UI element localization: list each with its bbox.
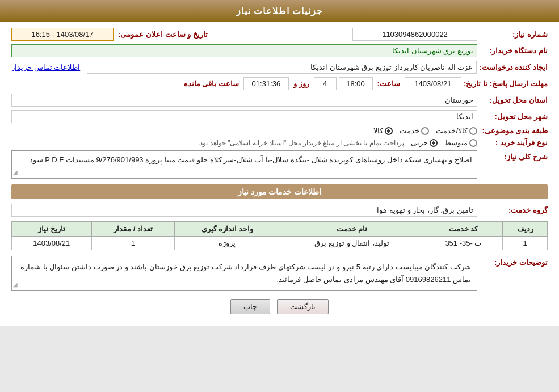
services-section-title: اطلاعات خدمات مورد نیاز	[11, 184, 548, 199]
requester-value: عزت اله ناصریان کاربرداز توزیع برق شهرست…	[87, 61, 477, 74]
services-table: ردیف کد خدمت نام خدمت واحد اندازه گیری ت…	[11, 221, 548, 250]
buyer-notes-label: توضیحات خریدار:	[480, 256, 548, 267]
purchase-jozi-label: جزیی	[411, 138, 428, 147]
radio-khadamat	[421, 127, 429, 135]
send-days-label: روز و	[293, 79, 309, 88]
buyer-org-label: نام دستگاه خریدار:	[480, 47, 548, 55]
purchase-type-options-group: متوسط جزیی پرداخت تمام یا بخشی از مبلغ خ…	[11, 138, 477, 147]
service-group-label: گروه خدمت:	[480, 206, 548, 214]
purchase-motavasset-label: متوسط	[444, 138, 468, 147]
col-date: تاریخ نیاز	[12, 222, 92, 237]
buyer-notes-box: شرکت کنندگان میبایست دارای رتبه 5 نیرو و…	[11, 256, 477, 291]
remain-label: ساعت باقی مانده	[184, 79, 239, 88]
purchase-type-row: نوع فرآیند خرید : متوسط جزیی پرداخت تمام…	[11, 138, 548, 147]
province-row: استان محل تحویل: خوزستان	[11, 94, 548, 107]
main-content: شماره نیاز: 1103094862000022 تاریخ و ساع…	[0, 22, 559, 326]
purchase-type-jozi[interactable]: جزیی	[411, 138, 438, 147]
service-group-value: تامین برق، گاز، بخار و تهویه هوا	[11, 204, 477, 217]
need-desc-value: اصلاح و بهسازی شبکه داخل روستاهای کوپرید…	[30, 155, 472, 164]
category-kala-label: کالا	[373, 127, 383, 135]
buyer-org-value: توزیع برق شهرستان اندیکا	[11, 44, 477, 57]
col-unit: واحد اندازه گیری	[175, 222, 280, 237]
send-date-value: 1403/08/21	[405, 77, 461, 90]
announce-label: تاریخ و ساعت اعلان عمومی:	[118, 30, 208, 39]
requester-row: ایجاد کننده درخواست: عزت اله ناصریان کار…	[11, 61, 548, 74]
province-value: خوزستان	[11, 94, 477, 107]
table-row: 1ت -35- 351تولید، انتقال و توزیع برقپروژ…	[12, 237, 548, 250]
buyer-notes-row: توضیحات خریدار: شرکت کنندگان میبایست دار…	[11, 256, 548, 291]
page-wrapper: جزئیات اطلاعات نیاز شماره نیاز: 11030948…	[0, 0, 559, 326]
table-body: 1ت -35- 351تولید، انتقال و توزیع برقپروژ…	[12, 237, 548, 250]
purchase-type-label: نوع فرآیند خرید :	[480, 138, 548, 147]
send-time-label: ساعت:	[377, 79, 400, 88]
send-time-value: 18:00	[339, 77, 373, 90]
action-buttons: بازگشت چاپ	[11, 299, 548, 314]
col-row-num: ردیف	[503, 222, 548, 237]
table-header: ردیف کد خدمت نام خدمت واحد اندازه گیری ت…	[12, 222, 548, 237]
buyer-org-row: نام دستگاه خریدار: توزیع برق شهرستان اند…	[11, 44, 548, 57]
need-desc-container: اصلاح و بهسازی شبکه داخل روستاهای کوپرید…	[11, 150, 477, 179]
resize-icon: ◢	[13, 168, 18, 177]
remain-value: 01:31:36	[243, 77, 289, 90]
page-title: جزئیات اطلاعات نیاز	[236, 6, 323, 16]
purchase-type-motavasset[interactable]: متوسط	[444, 138, 477, 147]
radio-kala-khadamat	[469, 127, 477, 135]
category-khadamat-label: خدمت	[400, 127, 419, 135]
category-options: کالا/خدمت خدمت کالا	[373, 127, 477, 135]
radio-jozi	[430, 139, 438, 147]
contact-link[interactable]: اطلاعات تماس خریدار	[11, 63, 80, 71]
province-label: استان محل تحویل:	[480, 96, 548, 104]
need-desc-box: اصلاح و بهسازی شبکه داخل روستاهای کوپرید…	[11, 150, 477, 179]
category-label: طبقه بندی موضوعی:	[480, 127, 548, 135]
need-number-value: 1103094862000022	[352, 28, 477, 41]
services-table-section: ردیف کد خدمت نام خدمت واحد اندازه گیری ت…	[11, 221, 548, 250]
category-option-kala[interactable]: کالا	[373, 127, 393, 135]
print-button[interactable]: چاپ	[230, 299, 270, 314]
city-label: شهر محل تحویل:	[480, 112, 548, 121]
category-option-khadamat[interactable]: خدمت	[400, 127, 429, 135]
category-kala-khadamat-label: کالا/خدمت	[436, 127, 468, 135]
radio-kala	[385, 127, 393, 135]
col-qty: تعداد / مقدار	[91, 222, 175, 237]
send-days-value: 4	[314, 77, 337, 90]
category-row: طبقه بندی موضوعی: کالا/خدمت خدمت کالا	[11, 127, 548, 135]
need-desc-label: شرح کلی نیاز:	[480, 150, 548, 161]
city-value: اندیکا	[11, 110, 477, 123]
send-date-row: مهلت ارسال پاسخ: تا تاریخ: 1403/08/21 سا…	[11, 77, 548, 90]
resize-icon-2: ◢	[13, 280, 18, 289]
buyer-notes-value: شرکت کنندگان میبایست دارای رتبه 5 نیرو و…	[20, 263, 471, 284]
buyer-notes-container: شرکت کنندگان میبایست دارای رتبه 5 نیرو و…	[11, 256, 477, 291]
send-date-label: مهلت ارسال پاسخ: تا تاریخ:	[464, 79, 548, 88]
category-option-kala-khadamat[interactable]: کالا/خدمت	[436, 127, 477, 135]
need-number-row: شماره نیاز: 1103094862000022 تاریخ و ساع…	[11, 28, 548, 41]
announce-value: 1403/08/17 - 16:15	[11, 28, 114, 41]
need-desc-row: شرح کلی نیاز: اصلاح و بهسازی شبکه داخل ر…	[11, 150, 548, 179]
col-service-code: کد خدمت	[424, 222, 503, 237]
purchase-note: پرداخت تمام یا بخشی از مبلغ خریدار محل "…	[198, 139, 404, 147]
service-group-row: گروه خدمت: تامین برق، گاز، بخار و تهویه …	[11, 204, 548, 217]
page-header: جزئیات اطلاعات نیاز	[0, 0, 559, 22]
requester-label: ایجاد کننده درخواست:	[479, 63, 548, 71]
need-number-label: شماره نیاز:	[480, 30, 548, 39]
col-service-name: نام خدمت	[280, 222, 424, 237]
city-row: شهر محل تحویل: اندیکا	[11, 110, 548, 123]
radio-motavasset	[469, 139, 477, 147]
back-button[interactable]: بازگشت	[277, 299, 329, 314]
